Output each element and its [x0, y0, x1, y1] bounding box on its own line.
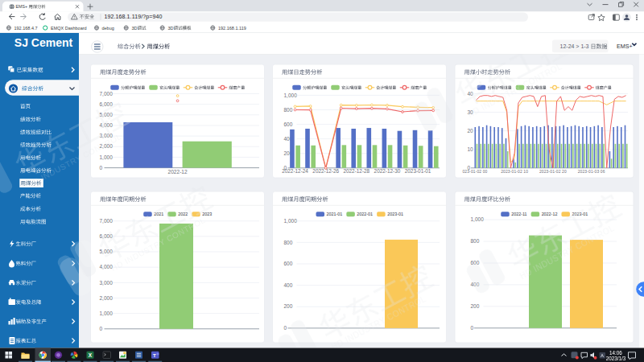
- svg-text:20: 20: [468, 128, 474, 134]
- svg-text:2022-12: 2022-12: [167, 169, 188, 175]
- svg-text:12-24 > 1-3: 12-24 > 1-3: [560, 43, 589, 49]
- svg-text:800: 800: [284, 240, 293, 245]
- svg-text:2023: 2023: [202, 212, 212, 216]
- svg-text:023-01-02 00: 023-01-02 00: [463, 170, 488, 174]
- svg-text:2022-12-24: 2022-12-24: [282, 168, 308, 174]
- svg-text:2023-01-02 20: 2023-01-02 20: [539, 170, 567, 174]
- svg-text:2022-11: 2022-11: [511, 212, 526, 216]
- svg-text:A: A: [601, 353, 604, 358]
- svg-text:T: T: [153, 352, 156, 358]
- svg-text:192.168.1.119: 192.168.1.119: [218, 26, 246, 31]
- svg-text:1,000: 1,000: [100, 311, 114, 316]
- svg-text:600: 600: [284, 121, 293, 127]
- svg-text:600: 600: [284, 261, 293, 266]
- svg-text:192.168.4.7: 192.168.4.7: [14, 26, 38, 31]
- svg-text:0: 0: [100, 326, 103, 331]
- svg-text:EMS+: EMS+: [16, 4, 28, 9]
- svg-text:2021-01: 2021-01: [327, 212, 343, 216]
- svg-text:800: 800: [471, 238, 480, 244]
- svg-text:1,000: 1,000: [100, 154, 114, 160]
- svg-text:3D: 3D: [168, 26, 174, 31]
- svg-text:3,000: 3,000: [100, 280, 114, 286]
- svg-text:0: 0: [471, 325, 474, 331]
- svg-text:192.168.1.119/?p=940: 192.168.1.119/?p=940: [104, 14, 162, 20]
- svg-text:200: 200: [284, 303, 293, 309]
- svg-text:2023/1/3: 2023/1/3: [606, 356, 626, 361]
- svg-text:EMS+: EMS+: [617, 43, 633, 50]
- svg-text:EMQX Dashboard: EMQX Dashboard: [51, 26, 87, 31]
- svg-text:400: 400: [284, 282, 293, 288]
- svg-text:2022-12: 2022-12: [542, 212, 558, 216]
- svg-text:2023-01: 2023-01: [387, 212, 403, 216]
- svg-text:SJ Cement: SJ Cement: [14, 36, 73, 49]
- svg-text:10: 10: [468, 146, 474, 152]
- svg-text:0: 0: [284, 325, 287, 331]
- svg-text:800: 800: [284, 107, 293, 113]
- svg-text:200: 200: [471, 303, 480, 309]
- svg-text:debug: debug: [102, 26, 114, 31]
- svg-text:1,000: 1,000: [284, 93, 298, 98]
- svg-text:7,000: 7,000: [100, 218, 114, 224]
- svg-text:2023-01-03 06: 2023-01-03 06: [578, 170, 605, 174]
- svg-text:7,000: 7,000: [100, 91, 114, 97]
- svg-text:0: 0: [100, 165, 103, 171]
- svg-text:3D: 3D: [132, 26, 138, 31]
- svg-text:1,000: 1,000: [471, 216, 485, 222]
- svg-text:2023-01-02 10: 2023-01-02 10: [501, 170, 528, 174]
- svg-text:2022: 2022: [178, 212, 188, 216]
- svg-text:2023-01-01: 2023-01-01: [405, 168, 431, 174]
- svg-text:2022-01: 2022-01: [357, 212, 373, 216]
- svg-text:2022-12-30: 2022-12-30: [374, 168, 401, 174]
- svg-text:2022-12-26: 2022-12-26: [312, 168, 339, 174]
- svg-text:X: X: [89, 352, 93, 358]
- svg-text:1,000: 1,000: [284, 218, 298, 224]
- svg-text:2022-12-28: 2022-12-28: [343, 168, 369, 174]
- svg-text:14:06: 14:06: [609, 350, 622, 356]
- svg-text:2,000: 2,000: [100, 295, 114, 301]
